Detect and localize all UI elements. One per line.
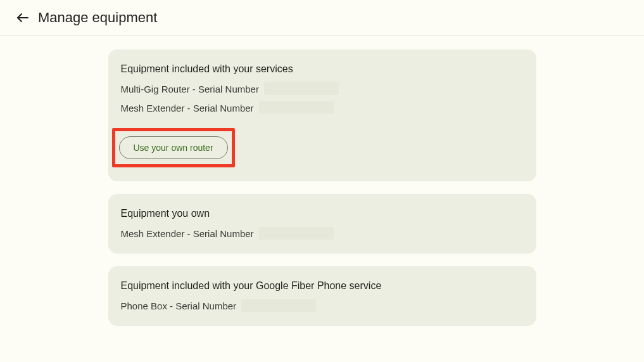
equipment-label: Multi-Gig Router - Serial Number bbox=[121, 84, 259, 94]
highlight-box: Use your own router bbox=[112, 128, 235, 167]
header: Manage equipment bbox=[0, 0, 644, 36]
phone-equipment-card: Equipment included with your Google Fibe… bbox=[108, 266, 536, 326]
serial-number-placeholder bbox=[241, 299, 316, 312]
card-title: Equipment included with your Google Fibe… bbox=[121, 280, 524, 292]
page-title: Manage equipment bbox=[38, 10, 157, 26]
equipment-label: Phone Box - Serial Number bbox=[121, 301, 237, 311]
equipment-label: Mesh Extender - Serial Number bbox=[121, 228, 254, 239]
equipment-row: Mesh Extender - Serial Number bbox=[121, 227, 524, 240]
equipment-row: Multi-Gig Router - Serial Number bbox=[121, 82, 524, 95]
use-your-own-router-button[interactable]: Use your own router bbox=[119, 136, 228, 159]
main-content: Equipment included with your services Mu… bbox=[0, 36, 644, 339]
serial-number-placeholder bbox=[259, 101, 334, 114]
card-title: Equipment you own bbox=[121, 208, 524, 219]
back-button[interactable] bbox=[10, 5, 35, 30]
serial-number-placeholder bbox=[259, 227, 334, 240]
owned-equipment-card: Equipment you own Mesh Extender - Serial… bbox=[108, 194, 536, 254]
equipment-row: Mesh Extender - Serial Number bbox=[121, 101, 524, 114]
included-equipment-card: Equipment included with your services Mu… bbox=[108, 49, 536, 181]
serial-number-placeholder bbox=[264, 82, 339, 95]
equipment-label: Mesh Extender - Serial Number bbox=[121, 103, 254, 113]
equipment-row: Phone Box - Serial Number bbox=[121, 299, 524, 312]
card-title: Equipment included with your services bbox=[121, 63, 524, 75]
arrow-left-icon bbox=[15, 10, 30, 25]
